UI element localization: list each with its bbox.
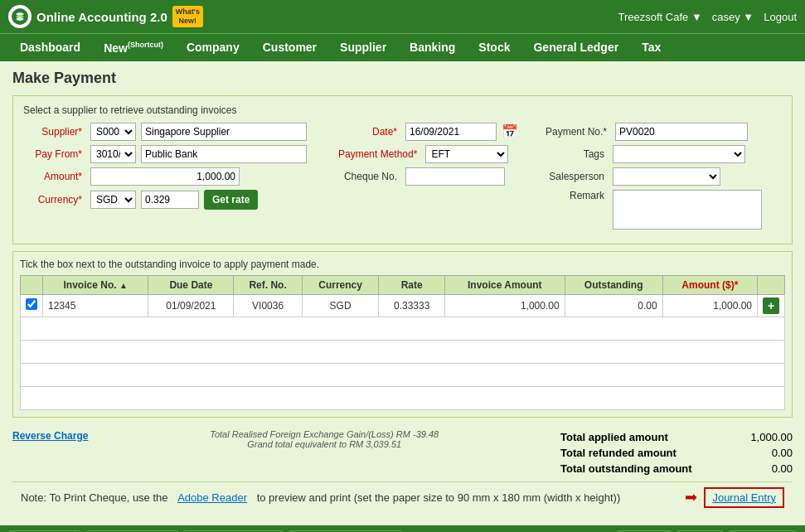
nav-new[interactable]: New(Shortcut) xyxy=(92,34,175,61)
note-bar: Note: To Print Cheque, use the Adobe Rea… xyxy=(12,481,793,513)
supplier-name-input[interactable] xyxy=(141,123,307,141)
payment-method-row: Payment Method* EFT xyxy=(338,145,537,163)
summary-middle: Total Realised Foreign Exchange Gain/(Lo… xyxy=(88,429,560,449)
row-checkbox[interactable] xyxy=(26,298,37,310)
form-section: Select a supplier to retrieve outstandin… xyxy=(12,95,793,244)
salesperson-row: Salesperson xyxy=(546,167,782,186)
currency-row: Currency* SGD Get rate xyxy=(23,190,330,210)
form-col-mid: Date* 📅 Payment Method* EFT Cheque No. xyxy=(338,123,537,234)
col-amount[interactable]: Amount ($)* xyxy=(662,275,757,294)
grand-total-text: Grand total equivalent to RM 3,039.51 xyxy=(104,439,544,449)
col-invoice-amount[interactable]: Invoice Amount xyxy=(444,275,565,294)
nav-stock[interactable]: Stock xyxy=(467,34,521,60)
empty-row xyxy=(21,363,785,386)
cheque-no-input[interactable] xyxy=(405,167,505,186)
row-amount: 1,000.00 xyxy=(662,294,757,317)
whats-new-badge[interactable]: What'sNew! xyxy=(172,6,203,27)
nav-banking[interactable]: Banking xyxy=(398,34,467,60)
form-col-right: Payment No.* Tags Salesperson xyxy=(546,123,782,234)
journal-entry-button[interactable]: Journal Entry xyxy=(704,487,784,508)
total-applied-label: Total applied amount xyxy=(560,431,668,443)
empty-row xyxy=(21,386,785,409)
col-rate[interactable]: Rate xyxy=(379,275,445,294)
total-refunded-label: Total refunded amount xyxy=(560,447,676,459)
note-text-after: to preview and print (set the paper size… xyxy=(257,491,621,504)
nav-general-ledger[interactable]: General Ledger xyxy=(521,34,630,60)
summary-section: Reverse Charge Total Realised Foreign Ex… xyxy=(12,424,793,481)
nav-dashboard[interactable]: Dashboard xyxy=(8,34,92,60)
rate-input[interactable] xyxy=(141,191,199,209)
salesperson-label: Salesperson xyxy=(546,171,608,182)
amount-input[interactable] xyxy=(90,167,240,186)
date-input[interactable] xyxy=(405,123,497,141)
row-checkbox-cell[interactable] xyxy=(21,294,43,317)
currency-select[interactable]: SGD xyxy=(90,191,136,209)
table-section: Tick the box next to the outstanding inv… xyxy=(12,251,793,418)
payment-no-row: Payment No.* xyxy=(546,123,782,141)
adobe-reader-link[interactable]: Adobe Reader xyxy=(177,491,247,504)
logout-button[interactable]: Logout xyxy=(764,11,797,23)
row-ref-no: VI0036 xyxy=(234,294,302,317)
tags-select[interactable] xyxy=(613,145,745,163)
workspace-selector[interactable]: Treezsoft Cafe ▼ xyxy=(618,11,702,23)
form-col-left: Supplier* S0002 Pay From* 3010/070 A xyxy=(23,123,330,234)
supplier-code-select[interactable]: S0002 xyxy=(90,123,136,141)
pay-from-code-select[interactable]: 3010/070 xyxy=(90,145,136,163)
tags-row: Tags xyxy=(546,145,782,163)
date-row: Date* 📅 xyxy=(338,123,537,141)
add-row-button[interactable]: + xyxy=(763,297,779,314)
nav-customer[interactable]: Customer xyxy=(251,34,328,60)
row-currency: SGD xyxy=(302,294,379,317)
total-outstanding-label: Total outstanding amount xyxy=(560,462,692,475)
note-bar-left: Note: To Print Cheque, use the Adobe Rea… xyxy=(21,491,685,504)
col-currency[interactable]: Currency xyxy=(302,275,379,294)
row-outstanding: 0.00 xyxy=(565,294,662,317)
bottom-bar: Actions ▼ Print / Emai ▼ Print Cheque ▼ … xyxy=(0,525,805,532)
row-rate: 0.33333 xyxy=(379,294,445,317)
row-add-cell[interactable]: + xyxy=(758,294,785,317)
total-refunded-value: 0.00 xyxy=(726,447,793,459)
pay-from-name-input[interactable] xyxy=(141,145,307,163)
get-rate-button[interactable]: Get rate xyxy=(204,190,258,210)
nav-supplier[interactable]: Supplier xyxy=(328,34,398,60)
table-row: 12345 01/09/2021 VI0036 SGD 0.33333 1,00… xyxy=(21,294,785,317)
reverse-charge-link[interactable]: Reverse Charge xyxy=(12,430,88,442)
app-name: Online Accounting 2.0 xyxy=(36,10,167,24)
payment-method-select[interactable]: EFT xyxy=(425,145,508,163)
calendar-icon[interactable]: 📅 xyxy=(502,123,518,139)
form-hint: Select a supplier to retrieve outstandin… xyxy=(23,104,782,116)
remark-row: Remark xyxy=(546,190,782,230)
summary-left: Reverse Charge xyxy=(12,429,88,442)
remark-textarea[interactable] xyxy=(613,190,762,230)
payment-no-label: Payment No.* xyxy=(546,126,610,138)
journal-entry-area: ➡ Journal Entry xyxy=(685,487,784,508)
salesperson-select[interactable] xyxy=(613,167,720,186)
summary-totals: Total applied amount 1,000.00 Total refu… xyxy=(560,429,793,476)
col-outstanding[interactable]: Outstanding xyxy=(565,275,662,294)
total-outstanding-value: 0.00 xyxy=(726,462,793,475)
pay-from-row: Pay From* 3010/070 xyxy=(23,145,330,163)
nav-bar: Dashboard New(Shortcut) Company Customer… xyxy=(0,33,805,61)
empty-row xyxy=(21,340,785,363)
total-outstanding-row: Total outstanding amount 0.00 xyxy=(560,461,793,476)
form-columns: Supplier* S0002 Pay From* 3010/070 A xyxy=(23,123,782,234)
page-title: Make Payment xyxy=(12,70,793,87)
col-due-date[interactable]: Due Date xyxy=(148,275,234,294)
empty-row xyxy=(21,317,785,340)
total-refunded-row: Total refunded amount 0.00 xyxy=(560,445,793,461)
top-bar-left: Online Accounting 2.0 What'sNew! xyxy=(8,5,203,28)
payment-method-label: Payment Method* xyxy=(338,148,420,160)
user-selector[interactable]: casey ▼ xyxy=(712,11,754,23)
note-text-before: Note: To Print Cheque, use the xyxy=(21,491,168,504)
nav-tax[interactable]: Tax xyxy=(630,34,672,60)
col-invoice-no[interactable]: Invoice No. ▲ xyxy=(43,275,148,294)
cheque-no-label: Cheque No. xyxy=(338,171,400,182)
col-ref-no[interactable]: Ref. No. xyxy=(234,275,302,294)
table-header-row: Invoice No. ▲ Due Date Ref. No. Currency… xyxy=(21,275,785,294)
journal-entry-label: Journal Entry xyxy=(712,491,776,504)
pay-from-label: Pay From* xyxy=(23,148,85,160)
page-content: Make Payment Select a supplier to retrie… xyxy=(0,61,805,525)
cheque-no-row: Cheque No. xyxy=(338,167,537,186)
payment-no-input[interactable] xyxy=(615,123,748,141)
nav-company[interactable]: Company xyxy=(175,34,251,60)
